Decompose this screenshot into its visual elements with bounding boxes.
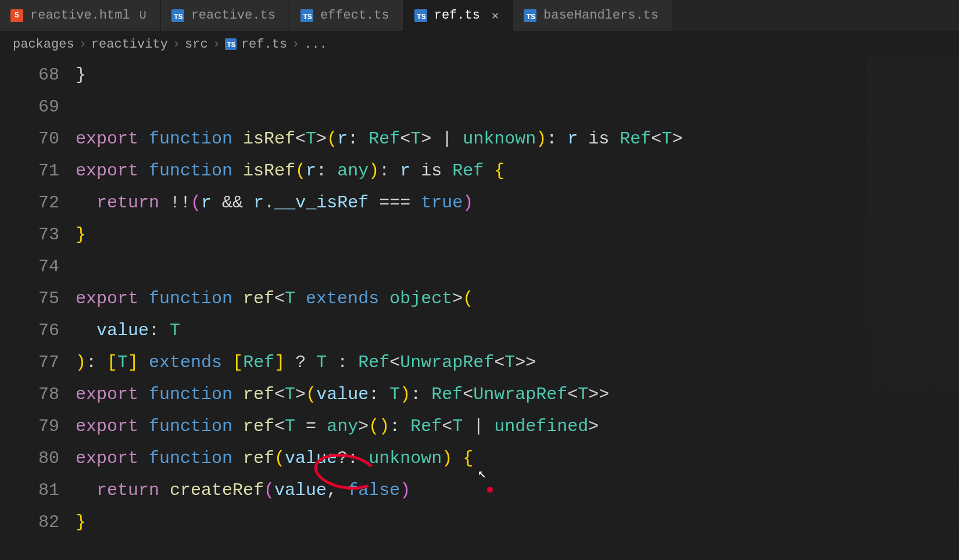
- token-brack: ): [400, 385, 410, 404]
- minimap[interactable]: [866, 57, 959, 560]
- token-punct: <: [494, 353, 504, 372]
- token-kw-func: function: [149, 161, 243, 181]
- code-content[interactable]: }: [76, 219, 86, 251]
- token-type: any: [337, 161, 368, 181]
- token-op: :: [316, 161, 337, 181]
- token-type: unknown: [368, 448, 442, 468]
- token-op: ,: [327, 480, 348, 500]
- tab-label: effect.ts: [320, 8, 389, 23]
- code-line[interactable]: 70export function isRef<T>(r: Ref<T> | u…: [0, 123, 959, 155]
- token-type: T: [578, 385, 588, 404]
- code-content[interactable]: }: [76, 59, 86, 91]
- code-content[interactable]: export function ref<T extends object>(: [76, 283, 473, 315]
- token-brack2: (: [191, 193, 201, 213]
- code-line[interactable]: 76 value: T: [0, 315, 959, 347]
- code-content[interactable]: export function isRef(r: any): r is Ref …: [76, 155, 504, 187]
- token-brack: {: [494, 161, 504, 181]
- tab-label: reactive.ts: [191, 8, 275, 23]
- line-number: 74: [0, 251, 76, 283]
- tab-reactive-ts[interactable]: TSreactive.ts: [161, 0, 290, 31]
- token-type: Ref: [431, 385, 463, 404]
- token-op: :: [348, 129, 368, 149]
- code-line[interactable]: 69: [0, 91, 959, 123]
- token-punct: > |: [421, 129, 463, 149]
- token-kw-return: return: [96, 480, 170, 500]
- token-op: &&: [212, 193, 253, 213]
- token-punct: >: [452, 289, 463, 308]
- token-op: :: [149, 321, 170, 340]
- code-editor[interactable]: 68}6970export function isRef<T>(r: Ref<T…: [0, 57, 959, 539]
- token-fn: isRef: [243, 161, 295, 181]
- token-kw-func: function: [149, 129, 243, 149]
- code-content[interactable]: return createRef(value, false): [76, 475, 410, 507]
- token-type: T: [285, 385, 295, 404]
- ts-file-icon: TS: [300, 9, 313, 22]
- token-punct: [452, 448, 463, 468]
- breadcrumbs[interactable]: packages›reactivity›src›TSref.ts›...: [0, 31, 959, 57]
- token-type: UnwrapRef: [400, 353, 494, 372]
- token-punct: <: [389, 353, 400, 372]
- chevron-right-icon: ›: [213, 37, 220, 52]
- code-line[interactable]: 75export function ref<T extends object>(: [0, 283, 959, 315]
- token-type: Ref: [452, 161, 484, 181]
- token-kw-export: export: [76, 161, 149, 181]
- code-content[interactable]: export function ref(value?: unknown) {: [76, 443, 473, 475]
- token-op: is: [578, 129, 620, 149]
- token-brack: (: [306, 385, 316, 404]
- code-line[interactable]: 77): [T] extends [Ref] ? T : Ref<UnwrapR…: [0, 347, 959, 379]
- token-brack: ): [442, 448, 452, 468]
- breadcrumb-segment[interactable]: src: [185, 37, 208, 52]
- breadcrumb-file[interactable]: ref.ts: [241, 37, 287, 52]
- token-fn: ref: [243, 448, 274, 468]
- token-type: any: [327, 417, 358, 436]
- code-line[interactable]: 71export function isRef(r: any): r is Re…: [0, 155, 959, 187]
- token-var: r: [567, 129, 578, 149]
- code-line[interactable]: 82}: [0, 507, 959, 539]
- tab-bar: 5reactive.htmlUTSreactive.tsTSeffect.tsT…: [0, 0, 959, 31]
- chevron-right-icon: ›: [79, 37, 87, 52]
- token-brack: ): [76, 353, 86, 372]
- token-type: object: [389, 289, 452, 308]
- code-line[interactable]: 78export function ref<T>(value: T): Ref<…: [0, 379, 959, 411]
- tab-ref-ts[interactable]: TSref.ts✕: [404, 0, 513, 31]
- code-line[interactable]: 73}: [0, 219, 959, 251]
- token-type: T: [389, 385, 400, 404]
- line-number: 68: [0, 59, 76, 91]
- tab-reactive-html[interactable]: 5reactive.htmlU: [0, 0, 161, 31]
- line-number: 69: [0, 91, 76, 123]
- token-punct: >: [588, 417, 599, 436]
- token-brack: ]: [128, 353, 138, 372]
- line-number: 78: [0, 379, 76, 411]
- token-punct: >>: [515, 353, 536, 372]
- code-content[interactable]: }: [76, 507, 86, 539]
- tab-baseHandlers-ts[interactable]: TSbaseHandlers.ts: [513, 0, 673, 31]
- close-icon[interactable]: ✕: [492, 8, 499, 23]
- code-line[interactable]: 68}: [0, 59, 959, 91]
- token-type: undefined: [494, 417, 588, 436]
- token-fn: ref: [243, 385, 274, 404]
- ts-file-icon: TS: [171, 9, 184, 22]
- breadcrumb-segment[interactable]: reactivity: [91, 37, 168, 52]
- token-brack: (: [327, 129, 337, 149]
- code-content[interactable]: export function ref<T>(value: T): Ref<Un…: [76, 379, 609, 411]
- token-punct: >>: [588, 385, 609, 404]
- code-content[interactable]: return !!(r && r.__v_isRef === true): [76, 187, 473, 219]
- tab-effect-ts[interactable]: TSeffect.ts: [290, 0, 404, 31]
- code-line[interactable]: 79export function ref<T = any>(): Ref<T …: [0, 411, 959, 443]
- code-content[interactable]: value: T: [76, 315, 180, 347]
- code-line[interactable]: 81 return createRef(value, false): [0, 475, 959, 507]
- ts-file-icon: TS: [225, 38, 237, 50]
- token-type: T: [285, 289, 295, 308]
- code-content[interactable]: ): [T] extends [Ref] ? T : Ref<UnwrapRef…: [76, 347, 536, 379]
- breadcrumb-symbol[interactable]: ...: [304, 37, 327, 52]
- code-line[interactable]: 72 return !!(r && r.__v_isRef === true): [0, 187, 959, 219]
- token-op: :: [368, 385, 389, 404]
- code-content[interactable]: export function isRef<T>(r: Ref<T> | unk…: [76, 123, 682, 155]
- code-line[interactable]: 80export function ref(value?: unknown) {: [0, 443, 959, 475]
- code-content[interactable]: export function ref<T = any>(): Ref<T | …: [76, 411, 599, 443]
- line-number: 70: [0, 123, 76, 155]
- code-line[interactable]: 74: [0, 251, 959, 283]
- breadcrumb-segment[interactable]: packages: [13, 37, 74, 52]
- token-kw-export: export: [76, 448, 149, 468]
- token-fn: ref: [243, 289, 274, 308]
